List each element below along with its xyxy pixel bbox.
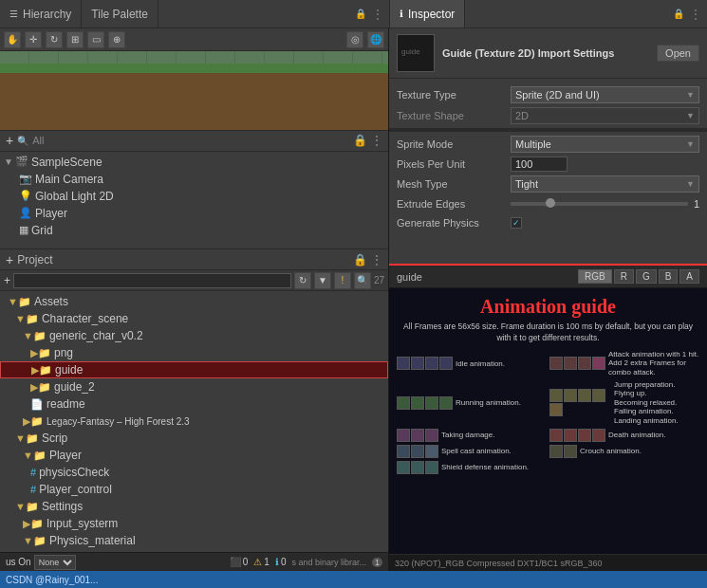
project-add-btn[interactable]: +: [6, 252, 13, 267]
texture-shape-row: Texture Shape 2D ▼: [389, 105, 707, 126]
open-button[interactable]: Open: [657, 45, 699, 62]
settings-folder[interactable]: ▼📁 Settings: [0, 498, 388, 515]
assets-folder-label: Assets: [34, 295, 68, 308]
idle-sprites: [397, 357, 453, 370]
global-light-item[interactable]: 💡 Global Light 2D: [0, 188, 388, 205]
project-create-btn[interactable]: +: [4, 274, 10, 287]
png-folder[interactable]: ▶📁 png: [0, 344, 388, 361]
global-local-btn[interactable]: 🌐: [367, 31, 384, 48]
project-search-btn[interactable]: 🔍: [354, 272, 371, 289]
sprite-mode-label: Sprite Mode: [397, 138, 511, 150]
project-alert-icon[interactable]: !: [334, 272, 351, 289]
tab-inspector[interactable]: ℹ Inspector: [390, 0, 465, 28]
project-filter-icon[interactable]: ▼: [314, 272, 331, 289]
extrude-edges-label: Extrude Edges: [397, 198, 511, 210]
channel-b-btn[interactable]: B: [659, 269, 679, 284]
s3: [425, 357, 438, 370]
readme-file[interactable]: 📄 readme: [0, 395, 388, 413]
anim-rows-grid: Idle animation. Attack animation with 1 …: [397, 350, 699, 474]
channel-r-btn[interactable]: R: [614, 269, 634, 284]
scene-item[interactable]: ▼ 🎬 SampleScene: [0, 154, 388, 171]
s4: [439, 357, 453, 370]
move-tool[interactable]: ✛: [25, 31, 42, 48]
r1: [397, 396, 410, 410]
center-pivot-btn[interactable]: ◎: [346, 31, 363, 48]
sp2: [411, 445, 424, 458]
transform-tool[interactable]: ⊕: [108, 31, 125, 48]
channel-rgb-btn[interactable]: RGB: [578, 269, 612, 284]
anim-row-shield: Shield defense animation.: [397, 461, 547, 474]
texture-type-arrow: ▼: [686, 90, 695, 100]
guide-folder[interactable]: ▶📁 guide: [0, 361, 388, 378]
mesh-type-row: Mesh Type Tight ▼: [389, 174, 707, 194]
assets-folder[interactable]: ▼📁 Assets: [0, 293, 388, 310]
extrude-slider[interactable]: [511, 202, 688, 206]
guide2-folder[interactable]: ▶📁 guide_2: [0, 378, 388, 395]
anim-row-jump: Jump preparation.Flying up.Becoming rela…: [549, 380, 699, 426]
jump-sprites: [549, 389, 611, 416]
project-badge: 27: [374, 275, 384, 285]
texture-type-dropdown[interactable]: Sprite (2D and UI) ▼: [511, 86, 699, 103]
camera-label: Main Camera: [35, 173, 103, 186]
svg-text:guide: guide: [401, 47, 420, 56]
generate-physics-checkbox[interactable]: ✓: [511, 217, 522, 229]
pixels-per-unit-input[interactable]: [511, 156, 567, 172]
inspector-body: Texture Type Sprite (2D and UI) ▼ Textur…: [389, 79, 707, 264]
texture-shape-dropdown[interactable]: 2D ▼: [511, 107, 699, 124]
panel-menu-icon[interactable]: ⋮: [366, 8, 389, 21]
extrude-edges-value: 1: [511, 198, 699, 210]
assets-folder-icon: ▼📁: [8, 296, 31, 308]
scale-tool[interactable]: ⊞: [66, 31, 84, 48]
rotate-tool[interactable]: ↻: [46, 31, 63, 48]
info-icon: ℹ: [275, 557, 279, 567]
physics-material-folder[interactable]: ▼📁 Physics_material: [0, 532, 388, 549]
play-mode-select[interactable]: None: [34, 555, 76, 570]
player-scripts-folder[interactable]: ▼📁 Player: [0, 447, 388, 464]
inspector-section: guide Guide (Texture 2D) Import Settings…: [389, 28, 707, 266]
texture-shape-arrow: ▼: [686, 111, 695, 120]
error-count: ⬛ 0: [230, 557, 249, 567]
png-folder-label: png: [54, 346, 73, 359]
mesh-type-dropdown[interactable]: Tight ▼: [511, 175, 699, 193]
physics-check-file[interactable]: # physicsCheck: [0, 464, 388, 481]
channel-a-btn[interactable]: A: [679, 269, 699, 284]
scrip-folder[interactable]: ▼📁 Scrip: [0, 430, 388, 447]
attack-sprites: [549, 357, 605, 370]
input-systerm-folder[interactable]: ▶📁 Input_systerm: [0, 515, 388, 532]
character-scene-folder[interactable]: ▼📁 Character_scene: [0, 310, 388, 327]
project-search-input[interactable]: [13, 273, 291, 288]
j3: [578, 389, 591, 402]
rect-tool[interactable]: ▭: [87, 31, 104, 48]
grid-item[interactable]: ▦ Grid: [0, 222, 388, 239]
a3: [578, 357, 591, 370]
a1: [549, 357, 563, 370]
generic-char-folder[interactable]: ▼📁 generic_char_v0.2: [0, 327, 388, 344]
inspector-menu-icon[interactable]: ⋮: [684, 8, 707, 21]
a4: [592, 357, 605, 370]
scene-background[interactable]: [0, 51, 388, 130]
scene-arrow: ▼: [4, 156, 13, 167]
cr1: [549, 445, 563, 458]
sprite-mode-dropdown[interactable]: Multiple ▼: [511, 136, 699, 153]
project-menu-icon[interactable]: ⋮: [371, 253, 382, 266]
project-refresh-icon[interactable]: ↻: [294, 272, 311, 289]
hierarchy-add-btn[interactable]: +: [6, 133, 13, 148]
texture-shape-label: Texture Shape: [397, 110, 511, 121]
legacy-fantasy-folder[interactable]: ▶📁 Legacy-Fantasy – High Forest 2.3: [0, 413, 388, 430]
tab-tile-palette[interactable]: Tile Palette: [82, 0, 158, 28]
player-item[interactable]: 👤 Player: [0, 205, 388, 222]
preview-name: guide: [397, 271, 422, 283]
asset-thumb-svg: guide: [398, 35, 434, 71]
player-control-file[interactable]: # Player_control: [0, 481, 388, 498]
damage-sprites: [397, 429, 438, 442]
hand-tool[interactable]: ✋: [4, 31, 21, 48]
sp1: [397, 445, 410, 458]
top-tab-bar: ☰ Hierarchy Tile Palette 🔒 ⋮ ℹ Inspector…: [0, 0, 707, 28]
channel-g-btn[interactable]: G: [636, 269, 657, 284]
hierarchy-menu-icon[interactable]: ⋮: [371, 134, 382, 147]
generate-physics-value: ✓: [511, 217, 699, 229]
main-camera-item[interactable]: 📷 Main Camera: [0, 171, 388, 188]
libs-badge: 1: [372, 558, 382, 567]
tab-hierarchy[interactable]: ☰ Hierarchy: [0, 0, 82, 28]
preview-image-area[interactable]: Animation guide All Frames are 56x56 siz…: [389, 288, 707, 554]
